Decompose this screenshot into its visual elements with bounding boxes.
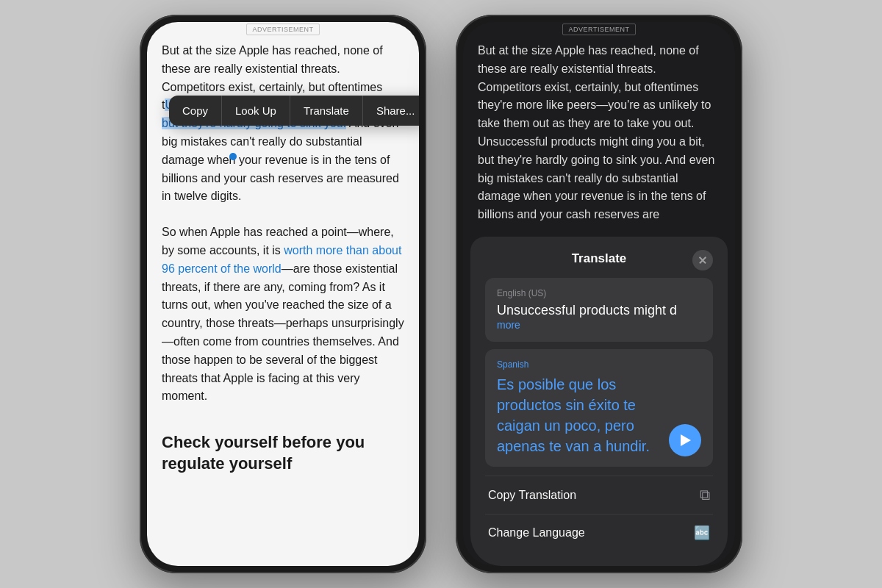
right-scroll-content: ADVERTISEMENT But at the size Apple has … bbox=[463, 22, 735, 224]
translated-row: Es posible que los productos sin éxito t… bbox=[497, 374, 701, 456]
left-heading: Check yourself before you regulate yours… bbox=[162, 432, 404, 474]
right-phone-screen: ADVERTISEMENT But at the size Apple has … bbox=[463, 22, 735, 566]
right-article: But at the size Apple has reached, none … bbox=[478, 42, 720, 224]
left-ad-banner: ADVERTISEMENT bbox=[162, 22, 404, 36]
right-ad-banner: ADVERTISEMENT bbox=[478, 22, 720, 36]
left-para2-cont: —are those existential threats, if there… bbox=[162, 262, 404, 403]
translate-source-box: English (US) Unsuccessful products might… bbox=[485, 278, 713, 342]
translated-text: Es posible que los productos sin éxito t… bbox=[497, 374, 660, 456]
play-button[interactable] bbox=[669, 424, 701, 456]
context-menu[interactable]: Copy Look Up Translate Share... bbox=[169, 96, 419, 126]
change-language-icon: 🔤 bbox=[694, 525, 710, 541]
translate-header: Translate bbox=[485, 251, 713, 266]
translate-actions: Copy Translation ⧉ Change Language 🔤 bbox=[485, 476, 713, 551]
left-phone: ADVERTISEMENT But at the size Apple has … bbox=[140, 15, 426, 573]
change-language-label: Change Language bbox=[488, 526, 585, 539]
look-up-button[interactable]: Look Up bbox=[222, 96, 290, 126]
source-lang-label: English (US) bbox=[497, 288, 701, 298]
selection-handle-start[interactable] bbox=[229, 153, 237, 160]
translate-title: Translate bbox=[572, 251, 627, 266]
copy-translation-row[interactable]: Copy Translation ⧉ bbox=[485, 476, 713, 514]
left-para1-cont: And even big mistakes can't really do su… bbox=[162, 117, 399, 202]
source-text-row: Unsuccessful products might d more bbox=[497, 303, 701, 331]
left-para2: So when Apple has reached a point—where,… bbox=[162, 223, 404, 406]
right-para1: But at the size Apple has reached, none … bbox=[478, 44, 714, 220]
target-lang-label: Spanish bbox=[497, 359, 701, 370]
translate-target-box: Spanish Es posible que los productos sin… bbox=[485, 349, 713, 467]
copy-translation-icon: ⧉ bbox=[700, 487, 710, 503]
close-button[interactable] bbox=[692, 250, 713, 270]
left-ad-label: ADVERTISEMENT bbox=[246, 24, 320, 35]
right-ad-label: ADVERTISEMENT bbox=[562, 24, 637, 35]
change-language-row[interactable]: Change Language 🔤 bbox=[485, 514, 713, 551]
left-phone-screen: ADVERTISEMENT But at the size Apple has … bbox=[147, 22, 419, 566]
copy-button[interactable]: Copy bbox=[169, 96, 222, 126]
source-text: Unsuccessful products might d bbox=[497, 303, 677, 318]
more-link[interactable]: more bbox=[497, 319, 520, 331]
translate-button[interactable]: Translate bbox=[290, 96, 363, 126]
copy-translation-label: Copy Translation bbox=[488, 489, 576, 502]
right-phone: ADVERTISEMENT But at the size Apple has … bbox=[456, 15, 742, 573]
play-icon bbox=[681, 434, 691, 446]
translate-panel: Translate English (US) Unsuccessful prod… bbox=[470, 237, 728, 566]
share-button[interactable]: Share... bbox=[363, 96, 419, 126]
